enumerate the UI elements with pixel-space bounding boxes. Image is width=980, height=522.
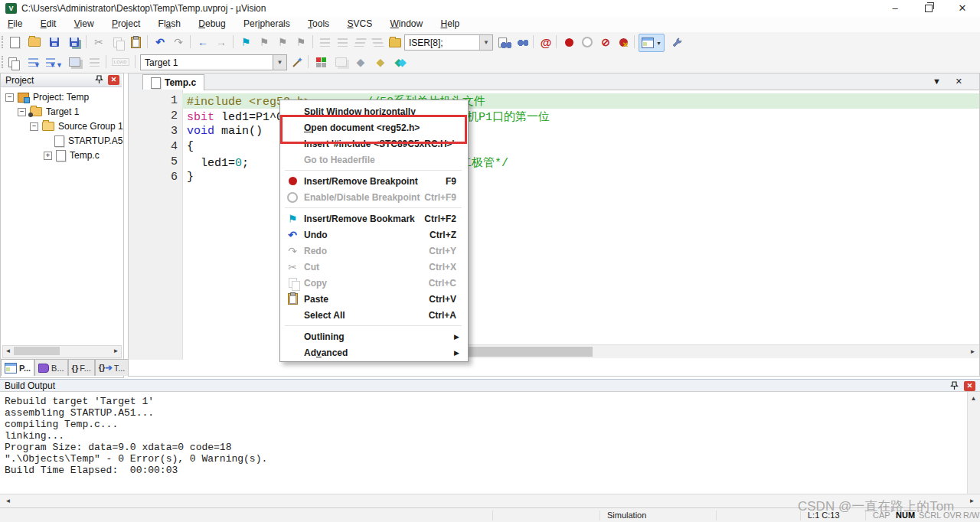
next-bookmark-icon[interactable]: ⚑ xyxy=(274,34,291,51)
menu-item-advanced[interactable]: Advanced▶ xyxy=(281,344,466,361)
uncomment-icon[interactable] xyxy=(369,34,386,51)
editor-area[interactable]: Temp.c ▼ ✕ 1 2 3 4 5 6 #include <reg52.h… xyxy=(128,73,980,377)
scroll-left-icon[interactable]: ◄ xyxy=(3,496,13,506)
menu-item-select-all[interactable]: Select AllCtrl+A xyxy=(281,307,466,323)
menu-item-paste[interactable]: PasteCtrl+V xyxy=(281,291,466,307)
options-for-target-icon[interactable] xyxy=(289,54,306,70)
scroll-left-icon[interactable]: ◄ xyxy=(3,346,13,356)
clear-bookmarks-icon[interactable]: ⚑ xyxy=(292,34,309,51)
project-panel-close-icon[interactable]: ✕ xyxy=(108,75,119,85)
flash-config-icon[interactable]: ◆ xyxy=(372,54,389,70)
collapse-icon[interactable]: − xyxy=(18,108,26,116)
build-output-close-icon[interactable]: ✕ xyxy=(964,381,975,391)
batch-build-icon[interactable] xyxy=(66,54,83,70)
save-all-icon[interactable] xyxy=(66,34,83,51)
kill-all-breakpoints-icon[interactable]: ✕ xyxy=(616,34,632,51)
tree-item-startup[interactable]: STARTUP.A5 xyxy=(54,134,122,148)
find-at-icon[interactable]: @ xyxy=(537,34,554,51)
tree-item-source-group[interactable]: − Source Group 1 xyxy=(30,119,123,133)
cut-icon[interactable]: ✂ xyxy=(90,34,107,51)
expand-icon[interactable]: + xyxy=(44,152,52,160)
tab-templates[interactable]: {}➔T... xyxy=(95,359,129,376)
tree-item-tempc[interactable]: + Temp.c xyxy=(44,148,100,162)
enable-breakpoint-icon[interactable] xyxy=(579,34,596,51)
editor-close-icon[interactable]: ✕ xyxy=(956,77,962,86)
redo-icon[interactable]: ↷ xyxy=(170,34,187,51)
manage-components-icon[interactable]: ◆◆ xyxy=(392,54,409,70)
pin-icon[interactable] xyxy=(95,75,103,84)
tab-list-dropdown-icon[interactable]: ▼ xyxy=(933,77,941,86)
comment-icon[interactable] xyxy=(351,34,368,51)
close-button[interactable]: ✕ xyxy=(949,0,975,17)
navigate-back-icon[interactable]: ← xyxy=(194,34,211,51)
manage-blocks-icon[interactable] xyxy=(312,54,329,70)
tree-item-target[interactable]: − Target 1 xyxy=(18,105,79,119)
save-icon[interactable] xyxy=(46,34,63,51)
search-value[interactable]: ISER[8]; xyxy=(405,38,479,48)
outdent-icon[interactable] xyxy=(334,34,351,51)
translate-icon[interactable]: ▼ xyxy=(6,54,23,70)
manage-layers-icon[interactable] xyxy=(332,54,349,70)
rebuild-icon[interactable]: ▼▼ xyxy=(46,54,63,70)
incremental-find-icon[interactable] xyxy=(514,34,531,51)
menu-help[interactable]: Help xyxy=(433,17,468,31)
menu-item-cut[interactable]: ✂CutCtrl+X xyxy=(281,259,466,275)
build-output-body[interactable]: Rebuild target 'Target 1' assembling STA… xyxy=(0,392,980,494)
undo-icon[interactable]: ↶ xyxy=(152,34,168,51)
menu-file[interactable]: File xyxy=(0,17,30,31)
code-line[interactable]: { xyxy=(187,140,194,153)
disable-all-breakpoints-icon[interactable]: ⊘ xyxy=(597,34,614,51)
menu-item-undo[interactable]: ↶UndoCtrl+Z xyxy=(281,227,466,243)
menu-item-outlining[interactable]: Outlining▶ xyxy=(281,328,466,344)
menu-peripherals[interactable]: Peripherals xyxy=(236,17,298,31)
tab-functions[interactable]: {}F... xyxy=(68,359,95,376)
chevron-down-icon[interactable]: ▼ xyxy=(479,35,492,50)
minimize-button[interactable]: – xyxy=(882,0,908,17)
restore-button[interactable] xyxy=(916,0,942,17)
new-file-icon[interactable] xyxy=(6,34,23,51)
tree-item-project[interactable]: − Project: Temp xyxy=(5,90,89,104)
stop-build-icon[interactable] xyxy=(86,54,103,70)
load-icon[interactable]: LOAD xyxy=(110,54,130,70)
build-icon[interactable]: ▼ xyxy=(26,54,43,70)
prev-bookmark-icon[interactable]: ⚑ xyxy=(256,34,273,51)
tab-project[interactable]: P... xyxy=(1,359,34,376)
menu-item-insert-breakpoint[interactable]: Insert/Remove BreakpointF9 xyxy=(281,173,466,189)
configure-wrench-icon[interactable] xyxy=(668,34,684,51)
project-horizontal-scrollbar[interactable]: ◄ ► xyxy=(2,345,122,358)
collapse-icon[interactable]: − xyxy=(30,122,38,131)
insert-breakpoint-icon[interactable] xyxy=(560,34,577,51)
scroll-right-icon[interactable]: ► xyxy=(111,346,121,356)
scroll-right-icon[interactable]: ► xyxy=(968,347,978,357)
collapse-icon[interactable]: − xyxy=(5,93,14,102)
menu-item-enable-breakpoint[interactable]: Enable/Disable BreakpointCtrl+F9 xyxy=(281,189,466,205)
menu-edit[interactable]: Edit xyxy=(33,17,64,31)
build-output-vertical-scrollbar[interactable]: ▲ xyxy=(967,392,980,494)
target-dropdown-icon[interactable]: ▼ xyxy=(273,54,287,70)
debug-windows-icon[interactable]: ▼ xyxy=(639,34,665,52)
menu-debug[interactable]: Debug xyxy=(191,17,233,31)
menu-view[interactable]: View xyxy=(67,17,102,31)
menu-svcs[interactable]: SVCS xyxy=(339,17,380,31)
menu-flash[interactable]: Flash xyxy=(151,17,188,31)
editor-tab-tempc[interactable]: Temp.c xyxy=(142,74,204,90)
code-line[interactable]: void main() xyxy=(187,125,263,138)
search-combobox[interactable]: ISER[8]; ▼ xyxy=(404,34,493,51)
scroll-right-icon[interactable]: ► xyxy=(967,496,977,506)
target-combobox[interactable]: Target 1 xyxy=(140,54,273,70)
scroll-up-icon[interactable]: ▲ xyxy=(969,393,978,403)
find-in-files-icon[interactable] xyxy=(496,34,513,51)
menu-item-redo[interactable]: ↷RedoCtrl+Y xyxy=(281,243,466,259)
menu-tools[interactable]: Tools xyxy=(300,17,337,31)
find-book-icon[interactable] xyxy=(387,34,403,51)
navigate-forward-icon[interactable]: → xyxy=(213,34,230,51)
tab-books[interactable]: B... xyxy=(34,359,68,376)
pin-icon[interactable] xyxy=(950,381,959,390)
code-line[interactable]: } xyxy=(187,171,194,184)
toggle-bookmark-icon[interactable]: ⚑ xyxy=(237,34,254,51)
menu-item-go-to-headerfile[interactable]: Go to Headerfile xyxy=(281,152,466,168)
menu-project[interactable]: Project xyxy=(104,17,148,31)
editor-horizontal-scrollbar[interactable]: ◄ ► xyxy=(387,344,979,358)
open-file-icon[interactable] xyxy=(26,34,43,51)
paste-icon[interactable] xyxy=(127,34,144,51)
